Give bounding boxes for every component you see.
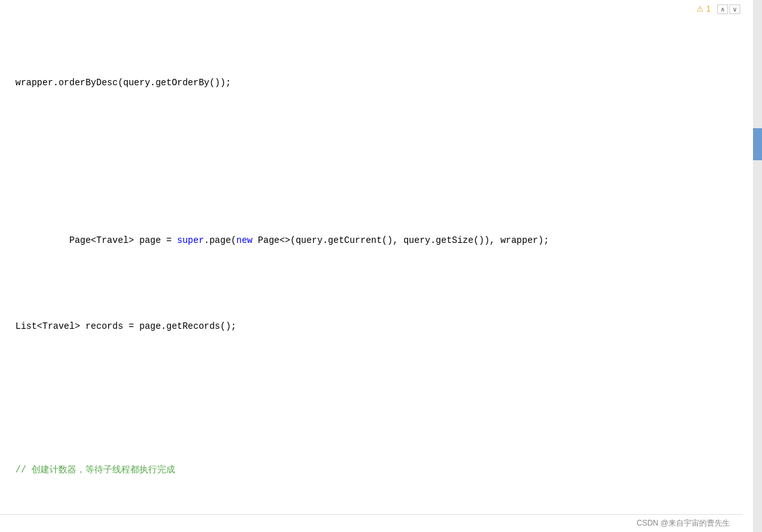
nav-down-button[interactable]: ∨: [729, 4, 740, 14]
code-line-page: Page<Travel> page = super.page(new Page<…: [13, 219, 753, 262]
code-line-list: List<Travel> records = page.getRecords()…: [13, 319, 753, 333]
code-line-empty-2: [13, 391, 753, 405]
code-area: ⚠ 1 ∧ ∨ wrapper.orderByDesc(query.getOrd…: [0, 0, 753, 532]
footer-text: CSDN @来自宇宙的曹先生: [636, 518, 730, 529]
side-panel: [753, 0, 762, 532]
bottom-bar: CSDN @来自宇宙的曹先生: [0, 514, 743, 532]
warning-icon: ⚠: [697, 4, 704, 13]
code-line-empty-1: [13, 147, 753, 162]
code-line-1: wrapper.orderByDesc(query.getOrderBy());: [13, 76, 753, 90]
top-bar: ⚠ 1 ∧ ∨: [697, 0, 753, 18]
warning-indicator: ⚠ 1 ∧ ∨: [697, 4, 740, 14]
editor-container: ⚠ 1 ∧ ∨ wrapper.orderByDesc(query.getOrd…: [0, 0, 762, 532]
side-button[interactable]: [753, 128, 762, 160]
code-content: wrapper.orderByDesc(query.getOrderBy());…: [0, 18, 753, 532]
warning-count: 1: [706, 4, 711, 13]
nav-up-button[interactable]: ∧: [717, 4, 728, 14]
nav-arrows: ∧ ∨: [717, 4, 740, 14]
code-line-comment-1: // 创建计数器，等待子线程都执行完成: [13, 463, 753, 477]
